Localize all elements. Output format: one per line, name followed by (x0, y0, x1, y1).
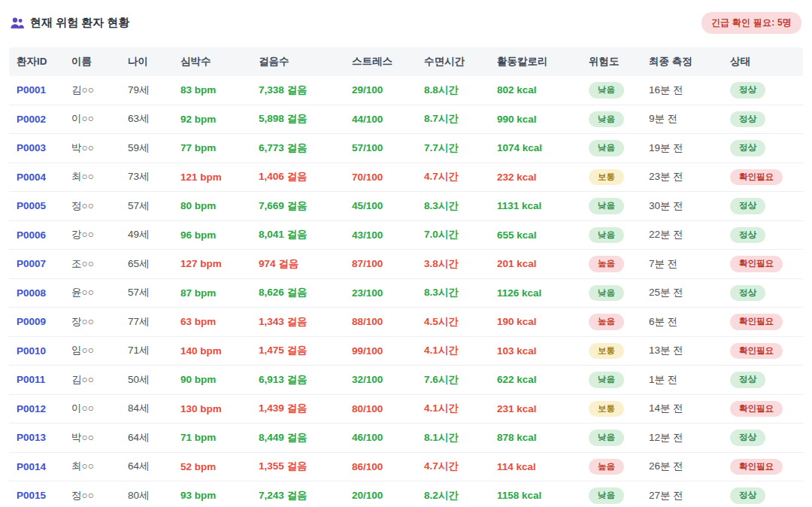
step-count-value: 1,343 걸음 (251, 308, 344, 337)
active-calories-value: 802 kcal (489, 76, 581, 105)
heart-rate-value: 83 bpm (173, 76, 251, 105)
stress-score-value: 99/100 (344, 336, 417, 366)
last-measured: 9분 전 (641, 105, 723, 134)
risk-cell: 보통 (581, 162, 641, 192)
heart-rate-value: 71 bpm (173, 424, 251, 453)
patient-id-link[interactable]: P0004 (9, 162, 64, 192)
patient-age: 79세 (120, 76, 173, 105)
patient-id-link[interactable]: P0012 (9, 394, 64, 424)
patient-name: 최○○ (64, 162, 120, 192)
step-count-value: 1,475 걸음 (251, 336, 344, 366)
heart-rate-value: 96 bpm (173, 220, 251, 250)
patient-name: 정○○ (64, 481, 120, 507)
patient-name: 장○○ (64, 308, 120, 337)
patient-age: 57세 (120, 278, 173, 308)
patient-id-link[interactable]: P0001 (9, 76, 64, 105)
patient-age: 73세 (120, 162, 173, 192)
last-measured: 6분 전 (641, 308, 723, 337)
active-calories-value: 655 kcal (489, 220, 581, 250)
patient-id-link[interactable]: P0010 (9, 336, 64, 366)
heart-rate-value: 87 bpm (173, 278, 251, 308)
last-measured: 1분 전 (641, 366, 723, 395)
active-calories-value: 1131 kcal (489, 192, 581, 221)
state-cell: 정상 (723, 278, 803, 308)
table-row: P0008 윤○○ 57세 87 bpm 8,626 걸음 23/100 8.3… (9, 278, 803, 308)
state-cell: 확인필요 (723, 250, 803, 279)
patient-id-link[interactable]: P0011 (9, 366, 64, 395)
state-cell: 정상 (723, 105, 803, 134)
patient-id-link[interactable]: P0002 (9, 105, 64, 134)
risk-cell: 낮음 (581, 220, 641, 250)
stress-score-value: 45/100 (344, 192, 417, 221)
last-measured: 27분 전 (641, 481, 723, 507)
patient-id-link[interactable]: P0003 (9, 134, 64, 163)
table-row: P0014 최○○ 64세 52 bpm 1,355 걸음 86/100 4.7… (9, 452, 803, 481)
patient-age: 84세 (120, 394, 173, 424)
urgent-count-badge: 긴급 확인 필요: 5명 (701, 12, 801, 34)
patient-name: 이○○ (64, 105, 120, 134)
patient-name: 조○○ (64, 250, 120, 279)
sleep-hours-value: 4.7시간 (417, 452, 489, 481)
last-measured: 22분 전 (641, 220, 723, 250)
active-calories-value: 231 kcal (489, 394, 581, 424)
patient-table: 환자ID이름나이심박수걸음수스트레스수면시간활동칼로리위험도최종 측정상태 P0… (9, 47, 803, 507)
step-count-value: 8,626 걸음 (251, 278, 344, 308)
status-badge: 정상 (730, 430, 765, 446)
last-measured: 19분 전 (641, 134, 723, 163)
risk-badge: 보통 (589, 343, 624, 360)
patient-id-link[interactable]: P0009 (9, 308, 64, 337)
sleep-hours-value: 7.6시간 (417, 366, 489, 395)
patient-age: 77세 (120, 308, 173, 337)
status-badge: 확인필요 (730, 401, 783, 417)
patient-name: 김○○ (64, 366, 120, 395)
risk-cell: 높음 (581, 250, 641, 279)
active-calories-value: 114 kcal (489, 452, 581, 481)
stress-score-value: 46/100 (344, 424, 417, 453)
status-badge: 정상 (730, 487, 765, 504)
state-cell: 확인필요 (723, 308, 803, 337)
risk-cell: 낮음 (581, 105, 641, 134)
patient-id-link[interactable]: P0005 (9, 192, 64, 221)
heart-rate-value: 77 bpm (173, 134, 251, 163)
patient-name: 윤○○ (64, 278, 120, 308)
sleep-hours-value: 3.8시간 (417, 250, 489, 279)
risk-badge: 낮음 (589, 487, 624, 504)
risk-cell: 낮음 (581, 76, 641, 105)
patient-id-link[interactable]: P0013 (9, 424, 64, 453)
patient-age: 49세 (120, 220, 173, 250)
step-count-value: 7,669 걸음 (251, 192, 344, 221)
risk-cell: 낮음 (581, 278, 641, 308)
sleep-hours-value: 8.1시간 (417, 424, 489, 453)
risk-badge: 높음 (589, 256, 624, 272)
risk-cell: 낮음 (581, 366, 641, 395)
title-bar: 현재 위험 환자 현황 긴급 확인 필요: 5명 (9, 9, 803, 47)
page-title: 현재 위험 환자 현황 (30, 16, 130, 30)
stress-score-value: 44/100 (344, 105, 417, 134)
risk-badge: 높음 (589, 314, 624, 330)
patient-age: 65세 (120, 250, 173, 279)
active-calories-value: 190 kcal (489, 308, 581, 337)
patient-id-link[interactable]: P0007 (9, 250, 64, 279)
patient-id-link[interactable]: P0014 (9, 452, 64, 481)
stress-score-value: 20/100 (344, 481, 417, 507)
state-cell: 확인필요 (723, 452, 803, 481)
sleep-hours-value: 7.7시간 (417, 134, 489, 163)
state-cell: 확인필요 (723, 394, 803, 424)
table-row: P0001 김○○ 79세 83 bpm 7,338 걸음 29/100 8.8… (9, 76, 803, 105)
patient-table-body: P0001 김○○ 79세 83 bpm 7,338 걸음 29/100 8.8… (9, 76, 803, 507)
risk-cell: 높음 (581, 308, 641, 337)
header-row: 환자ID이름나이심박수걸음수스트레스수면시간활동칼로리위험도최종 측정상태 (9, 47, 803, 76)
state-cell: 정상 (723, 220, 803, 250)
column-header: 활동칼로리 (489, 47, 581, 76)
stress-score-value: 86/100 (344, 452, 417, 481)
patient-id-link[interactable]: P0006 (9, 220, 64, 250)
risk-badge: 낮음 (589, 285, 624, 302)
risk-badge: 보통 (589, 169, 624, 186)
patient-id-link[interactable]: P0015 (9, 481, 64, 507)
patient-id-link[interactable]: P0008 (9, 278, 64, 308)
status-badge: 정상 (730, 285, 765, 302)
risk-badge: 낮음 (589, 227, 624, 244)
column-header: 위험도 (581, 47, 641, 76)
dashboard-panel: 현재 위험 환자 현황 긴급 확인 필요: 5명 환자ID이름나이심박수걸음수스… (0, 0, 812, 507)
column-header: 환자ID (9, 47, 64, 76)
